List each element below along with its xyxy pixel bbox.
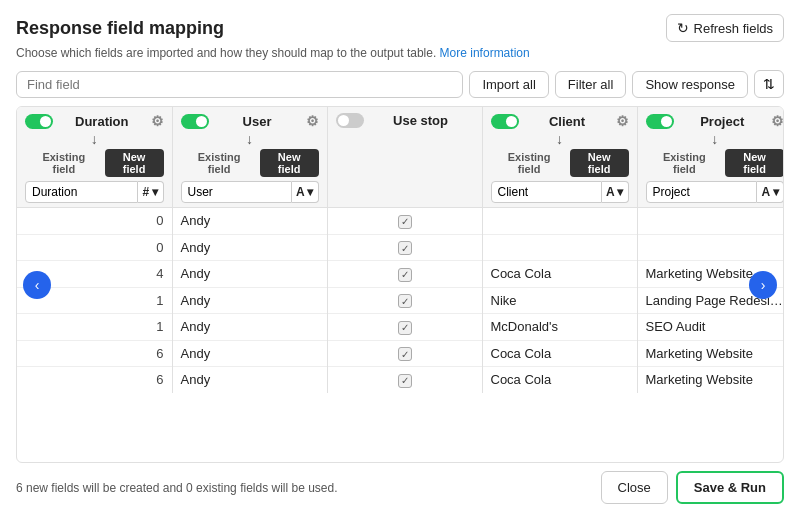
cell-duration-5: 6 xyxy=(17,340,172,367)
arrow-project: ↓ xyxy=(646,131,784,149)
th-usestop: Use stop xyxy=(327,107,482,208)
toggle-knob-client xyxy=(506,116,517,127)
th-user: User ⚙ ↓ Existing field New field xyxy=(172,107,327,208)
cell-client-5: Coca Cola xyxy=(482,340,637,367)
gear-icon-duration[interactable]: ⚙ xyxy=(151,113,164,129)
footer: 6 new fields will be created and 0 exist… xyxy=(16,463,784,504)
field-type-client[interactable]: A ▾ xyxy=(602,181,629,203)
existing-tab-project[interactable]: Existing field xyxy=(646,149,724,177)
existing-tab-user[interactable]: Existing field xyxy=(181,149,258,177)
gear-icon-client[interactable]: ⚙ xyxy=(616,113,629,129)
th-duration: Duration ⚙ ↓ Existing field New field xyxy=(17,107,172,208)
cell-user-1: Andy xyxy=(172,234,327,261)
table-scroll: ‹ › xyxy=(17,107,783,462)
cell-duration-4: 1 xyxy=(17,314,172,341)
col-name-duration: Duration xyxy=(57,114,147,129)
existing-tab-duration[interactable]: Existing field xyxy=(25,149,103,177)
col-name-usestop: Use stop xyxy=(368,113,474,128)
cell-client-4: McDonald's xyxy=(482,314,637,341)
more-info-link[interactable]: More information xyxy=(440,46,530,60)
field-type-row-duration: # ▾ xyxy=(25,181,164,203)
field-type-user[interactable]: A ▾ xyxy=(292,181,319,203)
cell-project-1 xyxy=(637,234,783,261)
field-type-project[interactable]: A ▾ xyxy=(757,181,783,203)
arrow-user: ↓ xyxy=(181,131,319,149)
table-row: 6Andy✓Coca ColaMarketing Website xyxy=(17,340,783,367)
cell-usestop-6: ✓ xyxy=(327,367,482,393)
arrow-client: ↓ xyxy=(491,131,629,149)
cell-client-0 xyxy=(482,208,637,235)
cell-project-6: Marketing Website xyxy=(637,367,783,393)
toggle-duration[interactable] xyxy=(25,114,53,129)
checkbox-usestop-3[interactable]: ✓ xyxy=(398,294,412,308)
page-container: Response field mapping ↻ Refresh fields … xyxy=(0,0,800,514)
new-tab-project[interactable]: New field xyxy=(725,149,783,177)
cell-usestop-1: ✓ xyxy=(327,234,482,261)
field-type-row-user: A ▾ xyxy=(181,181,319,203)
table-row: 0Andy✓ xyxy=(17,234,783,261)
save-run-button[interactable]: Save & Run xyxy=(676,471,784,504)
table-row: 1Andy✓McDonald'sSEO Audit xyxy=(17,314,783,341)
cell-project-5: Marketing Website xyxy=(637,340,783,367)
cell-user-2: Andy xyxy=(172,261,327,288)
checkbox-usestop-6[interactable]: ✓ xyxy=(398,374,412,388)
refresh-icon: ↻ xyxy=(677,20,689,36)
new-tab-user[interactable]: New field xyxy=(260,149,319,177)
filter-all-button[interactable]: Filter all xyxy=(555,71,627,98)
nav-next-button[interactable]: › xyxy=(749,271,777,299)
field-name-user[interactable] xyxy=(181,181,292,203)
existing-tab-client[interactable]: Existing field xyxy=(491,149,568,177)
cell-client-2: Coca Cola xyxy=(482,261,637,288)
toggle-client[interactable] xyxy=(491,114,519,129)
sort-icon-button[interactable]: ⇅ xyxy=(754,70,784,98)
col-name-project: Project xyxy=(678,114,768,129)
data-table: Duration ⚙ ↓ Existing field New field xyxy=(17,107,783,393)
cell-duration-6: 6 xyxy=(17,367,172,393)
checkbox-usestop-2[interactable]: ✓ xyxy=(398,268,412,282)
new-tab-duration[interactable]: New field xyxy=(105,149,164,177)
checkbox-usestop-4[interactable]: ✓ xyxy=(398,321,412,335)
toggle-knob-duration xyxy=(40,116,51,127)
show-response-button[interactable]: Show response xyxy=(632,71,748,98)
field-name-client[interactable] xyxy=(491,181,602,203)
toggle-user[interactable] xyxy=(181,114,209,129)
cell-usestop-0: ✓ xyxy=(327,208,482,235)
toggle-knob-project xyxy=(661,116,672,127)
cell-usestop-2: ✓ xyxy=(327,261,482,288)
toggle-project[interactable] xyxy=(646,114,674,129)
import-all-button[interactable]: Import all xyxy=(469,71,548,98)
table-body: 0Andy✓0Andy✓4Andy✓Coca ColaMarketing Web… xyxy=(17,208,783,393)
field-type-duration[interactable]: # ▾ xyxy=(138,181,163,203)
nav-prev-button[interactable]: ‹ xyxy=(23,271,51,299)
toolbar: Import all Filter all Show response ⇅ xyxy=(16,70,784,98)
checkbox-usestop-0[interactable]: ✓ xyxy=(398,215,412,229)
find-field-input[interactable] xyxy=(16,71,463,98)
refresh-button[interactable]: ↻ Refresh fields xyxy=(666,14,784,42)
cell-project-4: SEO Audit xyxy=(637,314,783,341)
col-name-client: Client xyxy=(523,114,612,129)
new-tab-client[interactable]: New field xyxy=(570,149,629,177)
footer-buttons: Close Save & Run xyxy=(601,471,785,504)
close-button[interactable]: Close xyxy=(601,471,668,504)
checkbox-usestop-5[interactable]: ✓ xyxy=(398,347,412,361)
gear-icon-user[interactable]: ⚙ xyxy=(306,113,319,129)
cell-user-3: Andy xyxy=(172,287,327,314)
checkbox-usestop-1[interactable]: ✓ xyxy=(398,241,412,255)
cell-user-5: Andy xyxy=(172,340,327,367)
gear-icon-project[interactable]: ⚙ xyxy=(771,113,783,129)
subtitle: Choose which fields are imported and how… xyxy=(16,46,784,60)
field-type-row-project: A ▾ xyxy=(646,181,784,203)
cell-usestop-5: ✓ xyxy=(327,340,482,367)
toggle-knob-user xyxy=(196,116,207,127)
field-name-duration[interactable] xyxy=(25,181,138,203)
table-container: ‹ › xyxy=(16,106,784,463)
field-toggle-duration: Existing field New field xyxy=(25,149,164,177)
table-row: 1Andy✓NikeLanding Page Redesign xyxy=(17,287,783,314)
toggle-knob-usestop xyxy=(338,115,349,126)
th-project: Project ⚙ ↓ Existing field New field xyxy=(637,107,783,208)
field-toggle-project: Existing field New field xyxy=(646,149,784,177)
cell-usestop-3: ✓ xyxy=(327,287,482,314)
toggle-usestop[interactable] xyxy=(336,113,364,128)
field-name-project[interactable] xyxy=(646,181,758,203)
col-name-user: User xyxy=(213,114,302,129)
